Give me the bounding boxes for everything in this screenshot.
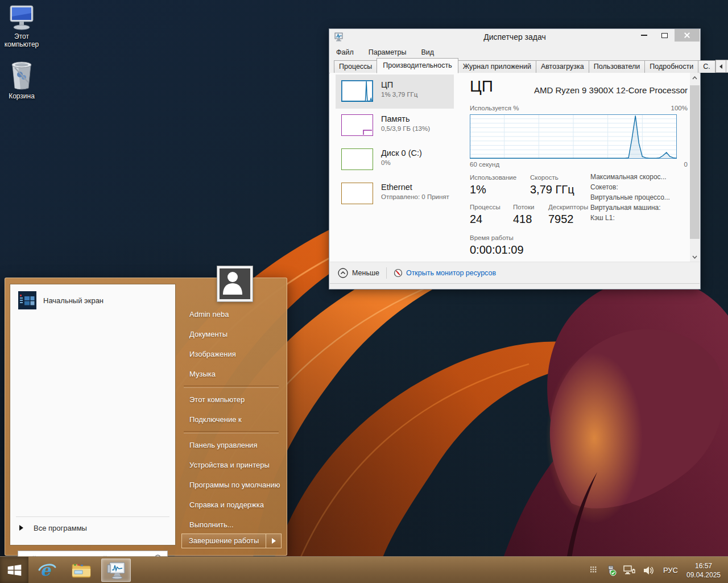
network-icon[interactable] (623, 565, 636, 576)
svg-text:e: e (40, 561, 52, 580)
desktop-icon-this-pc[interactable]: Этот компьютер (1, 5, 43, 48)
start-menu-left-panel: Начальный экран Все программы (10, 284, 176, 545)
title-bar[interactable]: Диспетчер задач (329, 29, 700, 46)
stat-label: Потоки (513, 204, 534, 210)
start-menu-item-pictures[interactable]: Изображения (176, 344, 287, 364)
start-menu-item-control-panel[interactable]: Панель управления (176, 435, 287, 455)
sidebar-item-memory[interactable]: Память 0,5/3,9 ГБ (13%) (336, 109, 454, 143)
divider (184, 431, 279, 433)
cpu-detail-pane: ЦП AMD Ryzen 9 3900X 12-Core Processor И… (462, 73, 689, 262)
sidebar-item-title: ЦП (381, 80, 453, 89)
tab-details[interactable]: Подробности (644, 60, 698, 73)
tab-performance[interactable]: Производительность (377, 58, 458, 73)
start-menu-item-start-screen[interactable]: Начальный экран (14, 289, 172, 312)
desktop-icon-recycle-bin[interactable]: Корзина (1, 60, 43, 100)
divider (184, 386, 279, 388)
sidebar-item-ethernet[interactable]: Ethernet Отправлено: 0 Принят (336, 177, 454, 211)
disk-mini-graph (341, 148, 373, 170)
shutdown-options-button[interactable] (266, 534, 282, 548)
scroll-up-button[interactable] (690, 73, 700, 82)
stat-value: 7952 (548, 213, 574, 226)
start-button[interactable] (0, 557, 28, 583)
sidebar-item-detail: 0,5/3,9 ГБ (13%) (381, 125, 453, 132)
open-resource-monitor-link[interactable]: Открыть монитор ресурсов (394, 268, 496, 278)
system-tray: РУС (590, 557, 680, 583)
cpu-heading: ЦП (470, 77, 493, 96)
minimize-button[interactable] (634, 29, 654, 42)
menu-view[interactable]: Вид (420, 47, 435, 57)
tab-app-history[interactable]: Журнал приложений (458, 60, 536, 73)
sidebar-item-cpu[interactable]: ЦП 1% 3,79 ГГц (336, 75, 454, 109)
stat-value: 24 (470, 213, 482, 226)
scrollbar-thumb[interactable] (690, 85, 700, 239)
tray-time: 16:57 (695, 561, 712, 570)
tab-users[interactable]: Пользователи (589, 60, 646, 73)
fewer-details-button[interactable]: Меньше (338, 268, 379, 278)
stat-value: 3,79 ГГц (530, 183, 574, 196)
taskbar-item-internet-explorer[interactable]: e (33, 559, 61, 582)
volume-icon[interactable] (643, 565, 654, 576)
task-manager-icon (106, 561, 126, 580)
tab-startup[interactable]: Автозагрузка (536, 60, 589, 73)
tab-scroll-right-button[interactable] (726, 60, 728, 73)
all-programs-label: Все программы (34, 524, 87, 532)
usb-safely-remove-icon[interactable] (605, 565, 617, 576)
stat-value: 1% (470, 183, 486, 196)
menu-file[interactable]: Файл (335, 47, 355, 57)
internet-explorer-icon: e (38, 561, 57, 580)
chevron-down-icon (692, 255, 697, 259)
tab-strip: Процессы Производительность Журнал прило… (329, 59, 700, 73)
all-programs-button[interactable]: Все программы (14, 520, 172, 536)
tab-processes[interactable]: Процессы (334, 60, 377, 73)
task-manager-window: Диспетчер задач Файл Параметры Вид Проце… (329, 28, 701, 290)
start-screen-icon (18, 291, 36, 309)
start-menu-item-devices-printers[interactable]: Устройства и принтеры (176, 455, 287, 475)
scroll-down-button[interactable] (690, 252, 700, 262)
taskbar-item-file-explorer[interactable] (67, 559, 96, 582)
menu-bar: Файл Параметры Вид (329, 46, 700, 59)
processor-name: AMD Ryzen 9 3900X 12-Core Processor (534, 85, 688, 95)
start-menu-user-name[interactable]: Admin neba (176, 304, 287, 324)
info-l1-cache: Кэш L1: (590, 214, 615, 222)
performance-pane: ЦП 1% 3,79 ГГц Память 0,5/3,9 ГБ (13%) Д… (330, 73, 700, 262)
menu-options[interactable]: Параметры (367, 47, 408, 57)
user-avatar[interactable] (217, 266, 253, 301)
start-menu: Начальный экран Все программы Admin neba… (5, 278, 287, 556)
start-menu-item-help-support[interactable]: Справка и поддержка (176, 495, 287, 515)
taskbar-item-task-manager[interactable] (101, 559, 131, 582)
maximize-button[interactable] (654, 29, 675, 42)
triangle-right-icon (19, 525, 23, 531)
start-menu-item-this-pc[interactable]: Этот компьютер (176, 390, 287, 410)
start-menu-item-documents[interactable]: Документы (176, 324, 287, 344)
tab-scroll-left-button[interactable] (715, 60, 726, 73)
graph-label-100: 100% (671, 105, 688, 111)
start-menu-item-default-programs[interactable]: Программы по умолчанию (176, 475, 287, 495)
tab-services-clipped[interactable]: С. (698, 60, 715, 73)
close-button[interactable] (675, 29, 700, 42)
desktop: { "desktop": { "icons": [ { "label": "Эт… (0, 0, 728, 583)
language-indicator[interactable]: РУС (661, 566, 680, 574)
start-menu-item-connect-to[interactable]: Подключение к (176, 410, 287, 429)
clock[interactable]: 16:57 09.04.2025 (681, 557, 726, 583)
stat-value: 418 (513, 213, 532, 226)
start-menu-item-music[interactable]: Музыка (176, 364, 287, 384)
hidden-icons-grid-icon[interactable] (590, 566, 598, 574)
this-pc-icon (7, 5, 36, 31)
info-virtual-processors: Виртуальные процессо... (590, 193, 670, 201)
shutdown-button-group: Завершение работы (181, 534, 282, 548)
shutdown-button[interactable]: Завершение работы (181, 534, 266, 548)
resource-monitor-icon (394, 268, 403, 278)
start-menu-right-panel: Admin neba Документы Изображения Музыка … (176, 304, 287, 555)
stat-label: Процессы (470, 204, 500, 210)
user-icon (220, 268, 246, 295)
sidebar-item-detail: 0% (381, 159, 453, 166)
sidebar-item-disk[interactable]: Диск 0 (C:) 0% (336, 143, 454, 177)
start-menu-item-run[interactable]: Выполнить... (176, 515, 287, 535)
vertical-scrollbar[interactable] (690, 73, 700, 262)
info-max-speed: Максимальная скорос... (590, 173, 667, 181)
sidebar-item-detail: 1% 3,79 ГГц (381, 91, 453, 98)
sidebar-item-title: Ethernet (381, 183, 453, 192)
sidebar-item-title: Память (381, 114, 453, 123)
cpu-usage-chart (470, 114, 677, 159)
footer-bar: Меньше Открыть монитор ресурсов (330, 262, 700, 284)
